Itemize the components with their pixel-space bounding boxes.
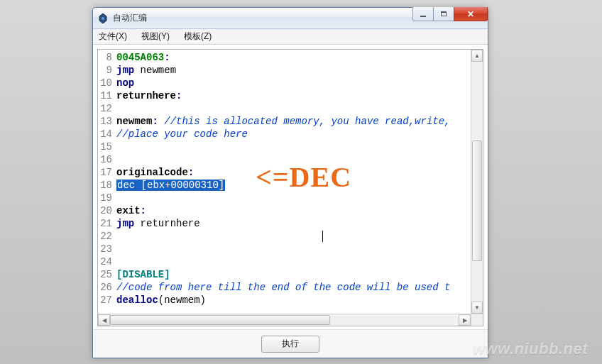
scroll-up-button[interactable]: ▲ — [471, 50, 483, 62]
line-number: 18 — [98, 179, 116, 192]
line-number: 15 — [98, 140, 116, 153]
line-number: 17 — [98, 166, 116, 179]
editor-body: 80045A063:9jmp newmem10nop11returnhere:1… — [98, 50, 483, 314]
execute-button[interactable]: 执行 — [261, 336, 319, 353]
code-line[interactable]: 13newmem: //this is allocated memory, yo… — [98, 115, 471, 128]
line-number: 20 — [98, 204, 116, 217]
code-line[interactable]: 27dealloc(newmem) — [98, 294, 471, 307]
vertical-scroll-thumb[interactable] — [472, 140, 482, 261]
menu-file[interactable]: 文件(X) — [96, 29, 130, 44]
code-content[interactable] — [116, 230, 471, 243]
code-content[interactable] — [116, 255, 471, 268]
code-line[interactable]: 19 — [98, 192, 471, 204]
code-line[interactable]: 26//code from here till the end of the c… — [98, 281, 471, 294]
line-number: 24 — [98, 255, 116, 268]
text-caret — [322, 231, 323, 242]
code-line[interactable]: 18dec [ebx+00000310]<=DEC — [98, 179, 471, 192]
titlebar[interactable]: 自动汇编 ✕ — [93, 8, 488, 29]
code-content[interactable] — [116, 140, 471, 153]
code-line[interactable]: 22 — [98, 230, 471, 243]
code-token: : — [188, 167, 194, 178]
code-line[interactable]: 17originalcode: — [98, 166, 471, 179]
code-content[interactable]: returnhere: — [116, 89, 471, 102]
line-number: 14 — [98, 128, 116, 140]
scroll-corner — [471, 314, 483, 326]
code-content[interactable] — [116, 243, 471, 255]
line-number: 26 — [98, 281, 116, 294]
line-number: 12 — [98, 102, 116, 115]
code-token: newmem — [116, 116, 152, 127]
execute-button-label: 执行 — [282, 338, 299, 350]
code-line[interactable]: 23 — [98, 243, 471, 255]
line-number: 19 — [98, 192, 116, 204]
code-line[interactable]: 15 — [98, 140, 471, 153]
code-content[interactable]: jmp newmem — [116, 64, 471, 77]
scroll-down-button[interactable]: ▼ — [471, 302, 483, 314]
code-line[interactable]: 12 — [98, 102, 471, 115]
scroll-left-button[interactable]: ◀ — [98, 314, 110, 326]
editor-frame: 80045A063:9jmp newmem10nop11returnhere:1… — [97, 49, 483, 326]
window-title: 自动汇编 — [113, 12, 147, 24]
code-token: newmem — [134, 65, 176, 76]
horizontal-scroll-track[interactable] — [110, 314, 459, 326]
code-line[interactable]: 10nop — [98, 77, 471, 89]
menu-template[interactable]: 模板(Z) — [181, 29, 214, 44]
code-token: jmp — [116, 65, 134, 76]
code-token: : — [176, 90, 182, 101]
horizontal-scrollbar[interactable]: ◀ ▶ — [98, 314, 483, 326]
app-icon — [97, 13, 109, 24]
line-number: 22 — [98, 230, 116, 243]
code-line[interactable]: 16 — [98, 153, 471, 166]
line-number: 8 — [98, 51, 116, 64]
code-token: 0045A063 — [116, 52, 164, 63]
code-token: returnhere — [134, 218, 199, 229]
code-content[interactable]: jmp returnhere — [116, 217, 471, 230]
maximize-button[interactable] — [433, 7, 454, 21]
code-token: //this is allocated memory, you have rea… — [164, 116, 450, 127]
line-number: 25 — [98, 268, 116, 281]
line-number: 10 — [98, 77, 116, 89]
code-token: nop — [116, 77, 134, 89]
code-line[interactable]: 21jmp returnhere — [98, 217, 471, 230]
code-line[interactable]: 25[DISABLE] — [98, 268, 471, 281]
scroll-right-button[interactable]: ▶ — [459, 314, 471, 326]
code-line[interactable]: 9jmp newmem — [98, 64, 471, 77]
code-token: dealloc — [116, 294, 158, 306]
close-button[interactable]: ✕ — [454, 7, 488, 21]
line-number: 16 — [98, 153, 116, 166]
code-content[interactable]: //code from here till the end of the cod… — [116, 281, 471, 294]
code-content[interactable]: dealloc(newmem) — [116, 294, 471, 307]
code-content[interactable]: 0045A063: — [116, 51, 471, 64]
code-token: [DISABLE] — [116, 269, 170, 280]
code-content[interactable]: originalcode: — [116, 166, 471, 179]
code-token: (newmem) — [158, 294, 206, 306]
code-content[interactable]: nop — [116, 77, 471, 89]
code-token: exit — [116, 205, 141, 216]
code-token: //code from here till the end of the cod… — [116, 282, 450, 293]
code-content[interactable]: newmem: //this is allocated memory, you … — [116, 115, 471, 128]
code-content[interactable] — [116, 192, 471, 204]
code-content[interactable]: exit: — [116, 204, 471, 217]
code-content[interactable]: [DISABLE] — [116, 268, 471, 281]
code-content[interactable]: //place your code here — [116, 128, 471, 140]
code-token: : — [164, 52, 170, 63]
code-line[interactable]: 20exit: — [98, 204, 471, 217]
code-token: returnhere — [116, 90, 176, 101]
menu-view[interactable]: 视图(Y) — [138, 29, 173, 44]
code-line[interactable]: 11returnhere: — [98, 89, 471, 102]
code-line[interactable]: 80045A063: — [98, 51, 471, 64]
code-content[interactable]: dec [ebx+00000310]<=DEC — [116, 179, 471, 192]
minimize-button[interactable] — [412, 7, 434, 21]
code-editor[interactable]: 80045A063:9jmp newmem10nop11returnhere:1… — [98, 50, 471, 314]
line-number: 13 — [98, 115, 116, 128]
code-token: originalcode — [116, 167, 188, 178]
code-content[interactable] — [116, 102, 471, 115]
window-controls: ✕ — [413, 7, 488, 21]
vertical-scrollbar[interactable]: ▲ ▼ — [471, 50, 483, 314]
code-line[interactable]: 24 — [98, 255, 471, 268]
code-token: jmp — [116, 218, 134, 229]
code-token: : — [152, 116, 158, 127]
code-content[interactable] — [116, 153, 471, 166]
horizontal-scroll-thumb[interactable] — [110, 315, 330, 325]
code-line[interactable]: 14//place your code here — [98, 128, 471, 140]
